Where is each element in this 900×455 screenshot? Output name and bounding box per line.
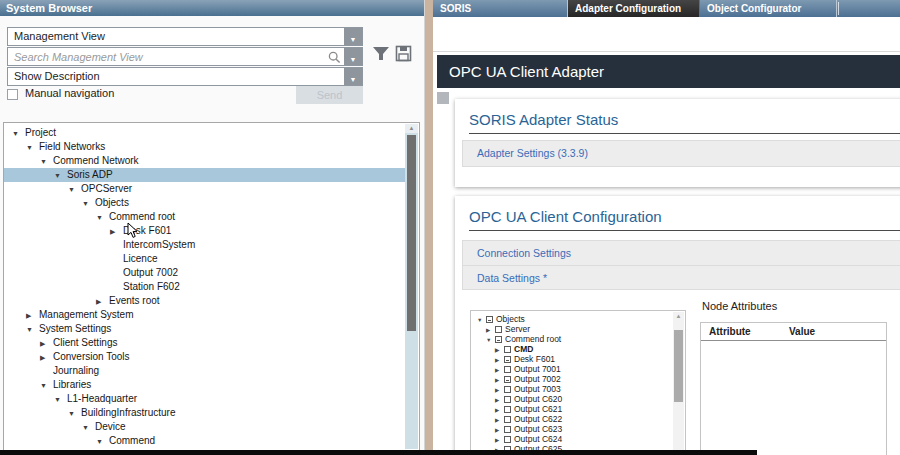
tree-item[interactable]: Licence: [4, 252, 405, 266]
expander-icon[interactable]: ▼: [96, 211, 109, 225]
node-tree-item[interactable]: ▶Desk F601: [471, 354, 673, 364]
node-tree-item[interactable]: ▶Output C624: [471, 434, 673, 444]
adapter-settings-accordion[interactable]: Adapter Settings (3.3.9): [462, 140, 900, 167]
tree-item[interactable]: Output 7002: [4, 266, 405, 280]
expander-icon[interactable]: ▶: [110, 225, 123, 239]
expander-icon[interactable]: ▼: [82, 197, 95, 211]
expander-icon[interactable]: ▼: [68, 407, 81, 421]
node-tree-item[interactable]: ▼Commend root: [471, 334, 673, 344]
node-tree-item[interactable]: ▶Output 7002: [471, 374, 673, 384]
tree-item-label: OPCServer: [81, 183, 132, 194]
panel-collapse-handle[interactable]: [437, 92, 449, 104]
expander-icon[interactable]: ▼: [54, 169, 67, 183]
node-checkbox[interactable]: [504, 366, 511, 373]
tree-item[interactable]: ▼Field Networks: [4, 140, 405, 154]
tree-item[interactable]: ▼L1-Headquarter: [4, 392, 405, 406]
scrollbar[interactable]: ▲: [405, 124, 418, 449]
expander-icon[interactable]: ▼: [96, 435, 109, 449]
expander-icon[interactable]: ▼: [26, 323, 39, 337]
data-settings-accordion[interactable]: Data Settings *: [462, 265, 900, 290]
expander-icon[interactable]: ▶: [40, 337, 53, 351]
expander-icon[interactable]: ▼: [68, 183, 81, 197]
node-checkbox[interactable]: [495, 336, 502, 343]
node-checkbox[interactable]: [504, 386, 511, 393]
node-checkbox[interactable]: [495, 326, 502, 333]
tree-item[interactable]: ▼Libraries: [4, 378, 405, 392]
mouse-cursor-icon: [127, 222, 139, 243]
tree-item[interactable]: ▼OPCServer: [4, 182, 405, 196]
node-tree-item[interactable]: ▶Output C622: [471, 414, 673, 424]
send-button[interactable]: Send: [296, 86, 363, 104]
node-tree-item[interactable]: ▶Output C623: [471, 424, 673, 434]
tree-item[interactable]: ▼System Settings: [4, 322, 405, 336]
node-tree-item[interactable]: ▶Output C621: [471, 404, 673, 414]
chevron-down-icon[interactable]: ▼: [344, 28, 362, 45]
tree-item[interactable]: Journaling: [4, 364, 405, 378]
chevron-down-icon[interactable]: ▼: [344, 48, 362, 65]
node-tree-item[interactable]: ▶Output C620: [471, 394, 673, 404]
expander-icon[interactable]: ▼: [26, 141, 39, 155]
node-tree-item[interactable]: ▶Output 7003: [471, 384, 673, 394]
adapter-settings-link[interactable]: Adapter Settings (3.3.9): [477, 147, 588, 159]
tab-adapter-configuration[interactable]: Adapter Configuration: [568, 0, 700, 17]
tree-item[interactable]: ▼Commend Network: [4, 154, 405, 168]
connection-settings-accordion[interactable]: Connection Settings: [462, 240, 900, 266]
scroll-up-icon[interactable]: ▲: [673, 312, 684, 321]
expander-icon[interactable]: ▼: [486, 335, 495, 345]
expander-icon[interactable]: ▼: [477, 315, 486, 325]
node-checkbox[interactable]: [504, 416, 511, 423]
description-dropdown[interactable]: Show Description ▼: [7, 67, 363, 86]
tree-item[interactable]: ▼Soris ADP: [4, 168, 405, 182]
tree-item[interactable]: ▶Events root: [4, 294, 405, 308]
tree-item[interactable]: ▼Commend root: [4, 210, 405, 224]
tab-object-configurator[interactable]: Object Configurator: [700, 0, 837, 17]
node-tree-item[interactable]: ▶CMD: [471, 344, 673, 354]
expander-icon[interactable]: ▼: [40, 155, 53, 169]
tree-item[interactable]: ▶Client Settings: [4, 336, 405, 350]
tree-item[interactable]: ▼Objects: [4, 196, 405, 210]
view-dropdown[interactable]: Management View ▼: [7, 27, 363, 46]
expander-icon[interactable]: ▼: [40, 379, 53, 393]
connection-settings-link[interactable]: Connection Settings: [477, 247, 571, 259]
expander-icon[interactable]: ▶: [96, 295, 109, 309]
save-icon[interactable]: [395, 45, 412, 66]
expander-icon[interactable]: ▼: [54, 393, 67, 407]
scroll-up-icon[interactable]: ▲: [405, 124, 418, 133]
tree-item[interactable]: ▶Desk F601: [4, 224, 405, 238]
node-checkbox[interactable]: [504, 406, 511, 413]
node-tree-item[interactable]: ▼Objects: [471, 314, 673, 324]
tree-item[interactable]: ▼Device: [4, 420, 405, 434]
node-tree-item[interactable]: ▶Output 7001: [471, 364, 673, 374]
node-checkbox[interactable]: [504, 436, 511, 443]
node-checkbox[interactable]: [504, 376, 511, 383]
scrollbar[interactable]: ▲: [673, 312, 684, 455]
expander-icon[interactable]: ▼: [82, 421, 95, 435]
tree-item[interactable]: ▶Conversion Tools: [4, 350, 405, 364]
node-checkbox[interactable]: [504, 426, 511, 433]
filter-icon[interactable]: [372, 46, 390, 66]
expander-icon[interactable]: ▶: [26, 309, 39, 323]
scrollbar-thumb[interactable]: [407, 135, 416, 331]
manual-navigation-checkbox[interactable]: [7, 89, 18, 100]
panel-splitter[interactable]: [425, 0, 433, 455]
node-checkbox[interactable]: [504, 346, 511, 353]
tree-item[interactable]: Station F602: [4, 280, 405, 294]
node-checkbox[interactable]: [486, 316, 493, 323]
expander-icon[interactable]: ▼: [12, 127, 25, 141]
node-tree-item[interactable]: ▶Server: [471, 324, 673, 334]
node-checkbox[interactable]: [504, 356, 511, 363]
tree-item[interactable]: IntercomSystem: [4, 238, 405, 252]
search-combo[interactable]: ▼: [7, 47, 363, 66]
data-settings-link[interactable]: Data Settings *: [477, 272, 547, 284]
search-input[interactable]: [9, 49, 304, 64]
tree-item[interactable]: ▼Commend: [4, 434, 405, 448]
expander-icon[interactable]: ▶: [40, 351, 53, 365]
tab-soris[interactable]: SORIS: [433, 0, 568, 17]
tree-item-label: BuildingInfrastructure: [81, 407, 176, 418]
chevron-down-icon[interactable]: ▼: [344, 68, 362, 85]
scrollbar-thumb[interactable]: [674, 330, 683, 402]
tree-item[interactable]: ▼BuildingInfrastructure: [4, 406, 405, 420]
node-checkbox[interactable]: [504, 396, 511, 403]
tree-item[interactable]: ▶Management System: [4, 308, 405, 322]
tree-item[interactable]: ▼Project: [4, 126, 405, 140]
